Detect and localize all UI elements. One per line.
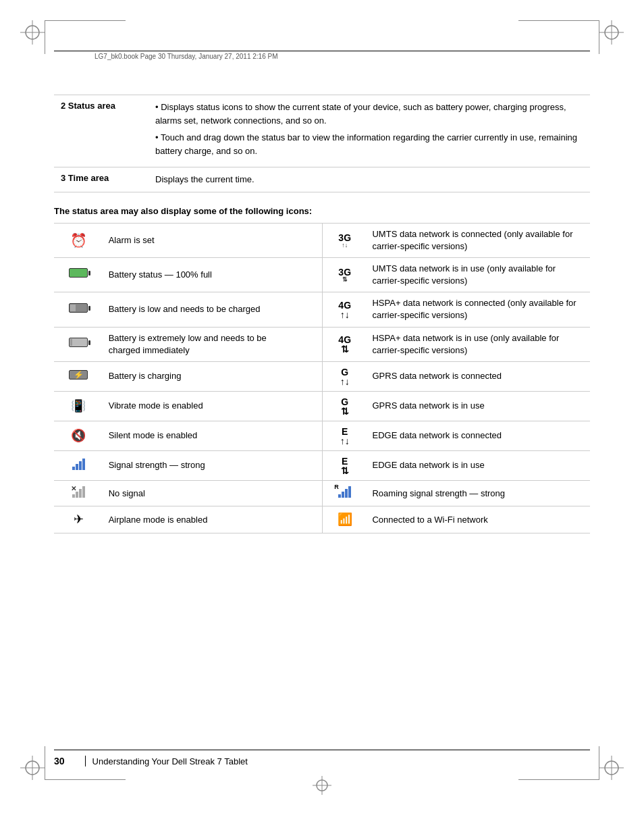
- wifi-label: Connected to a Wi-Fi network: [367, 506, 590, 533]
- edge-connected-label: EDGE data network is connected: [367, 421, 590, 451]
- silent-icon-cell: 🔇: [54, 421, 103, 451]
- battery-low-icon: [69, 303, 88, 313]
- page-container: LG7_bk0.book Page 30 Thursday, January 2…: [0, 0, 644, 834]
- status-bullet-2: Touch and drag down the status bar to vi…: [155, 131, 583, 157]
- status-area-label: 2 Status area: [54, 95, 149, 167]
- signal-strong-icon-cell: [54, 451, 103, 481]
- table-row: ✈ Airplane mode is enabled 📶 Connected t…: [54, 506, 590, 533]
- battery-low-label: Battery is low and needs to be charged: [103, 292, 304, 327]
- corner-mark-bl: [20, 756, 45, 780]
- 4g-connected-icon: 4G ↑↓: [338, 301, 351, 319]
- airplane-icon: ✈: [74, 513, 84, 526]
- battery-full-icon-cell: [54, 257, 103, 292]
- no-signal-icon: [72, 486, 85, 498]
- time-area-desc: Displays the current time.: [149, 167, 590, 192]
- gprs-in-use-icon-cell: G ⇅: [322, 392, 367, 421]
- 4g-connected-label: HSPA+ data network is connected (only av…: [367, 292, 590, 327]
- signal-strong-label: Signal strength — strong: [103, 451, 304, 481]
- br-v-line: [599, 746, 599, 780]
- tr-v-line: [599, 20, 599, 54]
- silent-icon: 🔇: [71, 429, 86, 442]
- battery-xlow-icon: [69, 338, 88, 347]
- corner-mark-tr: [599, 20, 624, 45]
- br-h-line: [518, 779, 599, 780]
- bottom-center-cross: [313, 776, 331, 797]
- gprs-connected-label: GPRS data network is connected: [367, 362, 590, 392]
- 3g-in-use-icon: 3G ⇅: [338, 267, 351, 283]
- gprs-in-use-icon: G ⇅: [341, 397, 349, 416]
- bl-h-line: [45, 779, 126, 780]
- main-content: 2 Status area Displays status icons to s…: [54, 95, 590, 533]
- roaming-signal-label: Roaming signal strength — strong: [367, 481, 590, 506]
- airplane-icon-cell: ✈: [54, 506, 103, 533]
- 4g-connected-icon-cell: 4G ↑↓: [322, 292, 367, 327]
- corner-mark-br: [599, 756, 624, 780]
- table-row: Battery is low and needs to be charged 4…: [54, 292, 590, 327]
- gprs-connected-icon-cell: G ↑↓: [322, 362, 367, 392]
- table-row: 📳 Vibrate mode is enabled G ⇅ GPRS data …: [54, 392, 590, 421]
- gprs-in-use-label: GPRS data network is in use: [367, 392, 590, 421]
- table-row: 🔇 Silent mode is enabled E ↑↓ EDGE data …: [54, 421, 590, 451]
- wifi-icon-cell: 📶: [322, 506, 367, 533]
- table-row: Battery status — 100% full 3G ⇅ UMTS dat…: [54, 257, 590, 292]
- section-heading: The status area may also display some of…: [54, 206, 590, 216]
- battery-charging-icon-cell: [54, 362, 103, 392]
- table-row: ⏰ Alarm is set 3G ↑↓ UMTS data network i…: [54, 223, 590, 257]
- edge-connected-icon-cell: E ↑↓: [322, 421, 367, 451]
- info-table: 2 Status area Displays status icons to s…: [54, 95, 590, 192]
- vibrate-label: Vibrate mode is enabled: [103, 392, 304, 421]
- icons-table: ⏰ Alarm is set 3G ↑↓ UMTS data network i…: [54, 223, 590, 534]
- table-row: Battery is charging G ↑↓ GPRS data netwo…: [54, 362, 590, 392]
- battery-charging-icon: [69, 370, 88, 380]
- no-signal-icon-cell: [54, 481, 103, 506]
- airplane-label: Airplane mode is enabled: [103, 506, 304, 533]
- vibrate-icon-cell: 📳: [54, 392, 103, 421]
- edge-connected-icon: E ↑↓: [340, 427, 350, 446]
- battery-full-icon: [69, 268, 88, 278]
- 3g-in-use-label: UMTS data network is in use (only availa…: [367, 257, 590, 292]
- 3g-connected-icon: 3G ↑↓: [338, 233, 351, 249]
- footer-divider: [85, 756, 86, 766]
- page-number: 30: [54, 756, 65, 766]
- roaming-signal-icon: [338, 486, 351, 498]
- table-row-time: 3 Time area Displays the current time.: [54, 167, 590, 192]
- no-signal-label: No signal: [103, 481, 304, 506]
- footer: 30 Understanding Your Dell Streak 7 Tabl…: [54, 750, 590, 766]
- header-line: LG7_bk0.book Page 30 Thursday, January 2…: [54, 51, 590, 60]
- alarm-label: Alarm is set: [103, 223, 304, 257]
- corner-mark-tl: [20, 20, 45, 45]
- status-area-desc: Displays status icons to show the curren…: [149, 95, 590, 167]
- 3g-connected-icon-cell: 3G ↑↓: [322, 223, 367, 257]
- alarm-icon-cell: ⏰: [54, 223, 103, 257]
- battery-low-icon-cell: [54, 292, 103, 327]
- table-row: No signal Roaming signal strength — stro…: [54, 481, 590, 506]
- table-row: Battery is extremely low and needs to be…: [54, 327, 590, 361]
- battery-charging-label: Battery is charging: [103, 362, 304, 392]
- edge-in-use-label: EDGE data network is in use: [367, 451, 590, 481]
- header-file-info: LG7_bk0.book Page 30 Thursday, January 2…: [95, 53, 277, 60]
- signal-strong-icon: [72, 458, 85, 470]
- battery-xlow-icon-cell: [54, 327, 103, 361]
- tl-v-line: [45, 20, 45, 54]
- edge-in-use-icon: E ⇅: [341, 457, 349, 475]
- battery-xlow-label: Battery is extremely low and needs to be…: [103, 327, 304, 361]
- 3g-connected-label: UMTS data network is connected (only ava…: [367, 223, 590, 257]
- roaming-signal-icon-cell: [322, 481, 367, 506]
- tl-h-line: [45, 20, 126, 21]
- 4g-in-use-icon-cell: 4G ⇅: [322, 327, 367, 361]
- edge-in-use-icon-cell: E ⇅: [322, 451, 367, 481]
- 4g-in-use-icon: 4G ⇅: [338, 335, 351, 354]
- alarm-icon: ⏰: [70, 233, 87, 248]
- bl-v-line: [45, 746, 45, 780]
- tr-h-line: [518, 20, 599, 21]
- wifi-icon: 📶: [338, 513, 352, 526]
- 3g-in-use-icon-cell: 3G ⇅: [322, 257, 367, 292]
- battery-full-label: Battery status — 100% full: [103, 257, 304, 292]
- footer-text: Understanding Your Dell Streak 7 Tablet: [92, 756, 248, 766]
- status-bullet-1: Displays status icons to show the curren…: [155, 101, 583, 127]
- gprs-connected-icon: G ↑↓: [340, 367, 350, 386]
- silent-label: Silent mode is enabled: [103, 421, 304, 451]
- table-row: Signal strength — strong E ⇅ EDGE data n…: [54, 451, 590, 481]
- time-area-label: 3 Time area: [54, 167, 149, 192]
- 4g-in-use-label: HSPA+ data network is in use (only avail…: [367, 327, 590, 361]
